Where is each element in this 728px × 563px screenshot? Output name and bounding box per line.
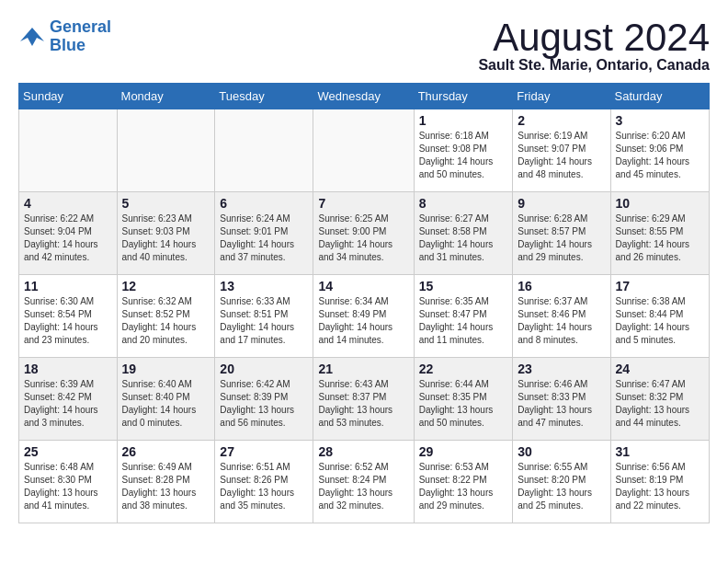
day-number: 28 bbox=[318, 444, 408, 459]
day-info: Sunrise: 6:20 AM Sunset: 9:06 PM Dayligh… bbox=[616, 130, 704, 181]
day-number: 4 bbox=[24, 196, 112, 211]
header-saturday: Saturday bbox=[610, 84, 709, 109]
calendar-cell: 25Sunrise: 6:48 AM Sunset: 8:30 PM Dayli… bbox=[19, 441, 118, 523]
week-row-0: 1Sunrise: 6:18 AM Sunset: 9:08 PM Daylig… bbox=[19, 109, 710, 192]
day-number: 8 bbox=[419, 196, 508, 211]
calendar-cell: 29Sunrise: 6:53 AM Sunset: 8:22 PM Dayli… bbox=[414, 441, 513, 523]
header-monday: Monday bbox=[117, 84, 215, 109]
day-number: 9 bbox=[518, 196, 605, 211]
header-friday: Friday bbox=[513, 84, 610, 109]
day-number: 31 bbox=[616, 444, 704, 459]
day-info: Sunrise: 6:42 AM Sunset: 8:39 PM Dayligh… bbox=[220, 378, 308, 430]
calendar-cell: 23Sunrise: 6:46 AM Sunset: 8:33 PM Dayli… bbox=[513, 358, 610, 441]
day-number: 29 bbox=[419, 444, 508, 459]
location-title: Sault Ste. Marie, Ontario, Canada bbox=[478, 57, 710, 74]
calendar-cell bbox=[215, 109, 313, 192]
day-number: 10 bbox=[616, 196, 704, 211]
day-info: Sunrise: 6:28 AM Sunset: 8:57 PM Dayligh… bbox=[518, 213, 605, 264]
calendar-cell: 8Sunrise: 6:27 AM Sunset: 8:58 PM Daylig… bbox=[414, 192, 513, 275]
calendar-cell: 26Sunrise: 6:49 AM Sunset: 8:28 PM Dayli… bbox=[117, 441, 215, 523]
day-info: Sunrise: 6:48 AM Sunset: 8:30 PM Dayligh… bbox=[24, 461, 112, 512]
day-number: 27 bbox=[220, 444, 308, 459]
day-info: Sunrise: 6:56 AM Sunset: 8:19 PM Dayligh… bbox=[616, 461, 704, 512]
day-number: 30 bbox=[518, 444, 605, 459]
logo-icon bbox=[18, 23, 46, 51]
calendar-cell: 22Sunrise: 6:44 AM Sunset: 8:35 PM Dayli… bbox=[414, 358, 513, 441]
week-row-1: 4Sunrise: 6:22 AM Sunset: 9:04 PM Daylig… bbox=[19, 192, 710, 275]
calendar-cell: 20Sunrise: 6:42 AM Sunset: 8:39 PM Dayli… bbox=[215, 358, 313, 441]
day-number: 13 bbox=[220, 279, 308, 293]
day-info: Sunrise: 6:22 AM Sunset: 9:04 PM Dayligh… bbox=[24, 213, 112, 264]
calendar-cell: 9Sunrise: 6:28 AM Sunset: 8:57 PM Daylig… bbox=[513, 192, 610, 275]
day-info: Sunrise: 6:49 AM Sunset: 8:28 PM Dayligh… bbox=[122, 461, 210, 512]
day-number: 11 bbox=[24, 279, 112, 293]
day-info: Sunrise: 6:51 AM Sunset: 8:26 PM Dayligh… bbox=[220, 461, 308, 512]
day-info: Sunrise: 6:25 AM Sunset: 9:00 PM Dayligh… bbox=[318, 213, 408, 264]
day-number: 12 bbox=[122, 279, 210, 293]
calendar-cell: 18Sunrise: 6:39 AM Sunset: 8:42 PM Dayli… bbox=[19, 358, 118, 441]
day-info: Sunrise: 6:46 AM Sunset: 8:33 PM Dayligh… bbox=[518, 378, 605, 430]
calendar-cell: 24Sunrise: 6:47 AM Sunset: 8:32 PM Dayli… bbox=[610, 358, 709, 441]
day-info: Sunrise: 6:27 AM Sunset: 8:58 PM Dayligh… bbox=[419, 213, 508, 264]
header-thursday: Thursday bbox=[414, 84, 513, 109]
day-info: Sunrise: 6:30 AM Sunset: 8:54 PM Dayligh… bbox=[24, 295, 112, 347]
day-number: 16 bbox=[518, 279, 605, 293]
calendar-cell: 17Sunrise: 6:38 AM Sunset: 8:44 PM Dayli… bbox=[610, 275, 709, 358]
calendar-cell: 13Sunrise: 6:33 AM Sunset: 8:51 PM Dayli… bbox=[215, 275, 313, 358]
header-wednesday: Wednesday bbox=[313, 84, 414, 109]
day-number: 3 bbox=[616, 113, 704, 128]
calendar-cell: 27Sunrise: 6:51 AM Sunset: 8:26 PM Dayli… bbox=[215, 441, 313, 523]
day-info: Sunrise: 6:55 AM Sunset: 8:20 PM Dayligh… bbox=[518, 461, 605, 512]
day-info: Sunrise: 6:23 AM Sunset: 9:03 PM Dayligh… bbox=[122, 213, 210, 264]
week-row-4: 25Sunrise: 6:48 AM Sunset: 8:30 PM Dayli… bbox=[19, 441, 710, 523]
calendar-cell: 30Sunrise: 6:55 AM Sunset: 8:20 PM Dayli… bbox=[513, 441, 610, 523]
day-number: 15 bbox=[419, 279, 508, 293]
week-row-2: 11Sunrise: 6:30 AM Sunset: 8:54 PM Dayli… bbox=[19, 275, 710, 358]
day-number: 7 bbox=[318, 196, 408, 211]
day-number: 18 bbox=[24, 362, 112, 376]
calendar-cell: 1Sunrise: 6:18 AM Sunset: 9:08 PM Daylig… bbox=[414, 109, 513, 192]
day-number: 24 bbox=[616, 362, 704, 376]
calendar-cell bbox=[313, 109, 414, 192]
day-info: Sunrise: 6:52 AM Sunset: 8:24 PM Dayligh… bbox=[318, 461, 408, 512]
calendar-cell: 15Sunrise: 6:35 AM Sunset: 8:47 PM Dayli… bbox=[414, 275, 513, 358]
day-number: 2 bbox=[518, 113, 605, 128]
day-number: 14 bbox=[318, 279, 408, 293]
logo-text: General Blue bbox=[50, 18, 111, 55]
day-number: 1 bbox=[419, 113, 508, 128]
day-number: 6 bbox=[220, 196, 308, 211]
day-info: Sunrise: 6:38 AM Sunset: 8:44 PM Dayligh… bbox=[616, 295, 704, 347]
logo: General Blue bbox=[18, 18, 111, 55]
calendar-cell: 10Sunrise: 6:29 AM Sunset: 8:55 PM Dayli… bbox=[610, 192, 709, 275]
day-info: Sunrise: 6:39 AM Sunset: 8:42 PM Dayligh… bbox=[24, 378, 112, 430]
day-info: Sunrise: 6:44 AM Sunset: 8:35 PM Dayligh… bbox=[419, 378, 508, 430]
day-info: Sunrise: 6:33 AM Sunset: 8:51 PM Dayligh… bbox=[220, 295, 308, 347]
month-title: August 2024 bbox=[478, 18, 710, 57]
day-number: 20 bbox=[220, 362, 308, 376]
day-info: Sunrise: 6:29 AM Sunset: 8:55 PM Dayligh… bbox=[616, 213, 704, 264]
calendar-cell: 5Sunrise: 6:23 AM Sunset: 9:03 PM Daylig… bbox=[117, 192, 215, 275]
day-number: 21 bbox=[318, 362, 408, 376]
calendar-cell: 6Sunrise: 6:24 AM Sunset: 9:01 PM Daylig… bbox=[215, 192, 313, 275]
day-info: Sunrise: 6:43 AM Sunset: 8:37 PM Dayligh… bbox=[318, 378, 408, 430]
svg-marker-0 bbox=[20, 28, 44, 46]
calendar-table: SundayMondayTuesdayWednesdayThursdayFrid… bbox=[18, 83, 710, 523]
calendar-cell: 12Sunrise: 6:32 AM Sunset: 8:52 PM Dayli… bbox=[117, 275, 215, 358]
day-info: Sunrise: 6:19 AM Sunset: 9:07 PM Dayligh… bbox=[518, 130, 605, 181]
calendar-cell: 4Sunrise: 6:22 AM Sunset: 9:04 PM Daylig… bbox=[19, 192, 118, 275]
day-info: Sunrise: 6:47 AM Sunset: 8:32 PM Dayligh… bbox=[616, 378, 704, 430]
day-info: Sunrise: 6:53 AM Sunset: 8:22 PM Dayligh… bbox=[419, 461, 508, 512]
day-info: Sunrise: 6:18 AM Sunset: 9:08 PM Dayligh… bbox=[419, 130, 508, 181]
calendar-cell: 21Sunrise: 6:43 AM Sunset: 8:37 PM Dayli… bbox=[313, 358, 414, 441]
day-number: 26 bbox=[122, 444, 210, 459]
calendar-cell: 14Sunrise: 6:34 AM Sunset: 8:49 PM Dayli… bbox=[313, 275, 414, 358]
day-info: Sunrise: 6:34 AM Sunset: 8:49 PM Dayligh… bbox=[318, 295, 408, 347]
calendar-cell: 19Sunrise: 6:40 AM Sunset: 8:40 PM Dayli… bbox=[117, 358, 215, 441]
header-tuesday: Tuesday bbox=[215, 84, 313, 109]
page-header: General Blue August 2024 Sault Ste. Mari… bbox=[18, 18, 710, 74]
day-info: Sunrise: 6:40 AM Sunset: 8:40 PM Dayligh… bbox=[122, 378, 210, 430]
calendar-cell: 3Sunrise: 6:20 AM Sunset: 9:06 PM Daylig… bbox=[610, 109, 709, 192]
calendar-cell bbox=[19, 109, 118, 192]
calendar-cell: 2Sunrise: 6:19 AM Sunset: 9:07 PM Daylig… bbox=[513, 109, 610, 192]
title-block: August 2024 Sault Ste. Marie, Ontario, C… bbox=[478, 18, 710, 74]
